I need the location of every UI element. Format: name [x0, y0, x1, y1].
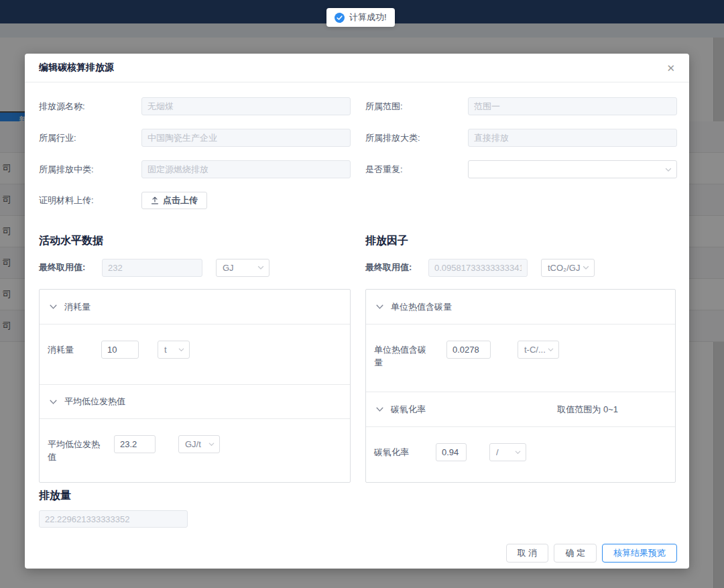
oxidation-rate-panel-header[interactable]: 碳氧化率 取值范围为 0~1: [366, 392, 675, 427]
duplicate-label: 是否重复:: [365, 164, 468, 176]
heating-value-label: 平均低位发热值: [48, 435, 114, 463]
check-circle-icon: [335, 13, 345, 23]
oxidation-rate-unit-select[interactable]: /: [489, 443, 526, 461]
consumption-panel-body: 消耗量 t: [40, 325, 350, 385]
upload-row: 证明材料上传: 点击上传: [39, 192, 351, 209]
close-icon[interactable]: ✕: [666, 63, 675, 73]
cancel-button[interactable]: 取 消: [506, 544, 549, 563]
activity-section-title: 活动水平数据: [39, 234, 351, 246]
basic-info-form: 排放源名称: 所属行业: 所属排放中类: 证明材料上传:: [39, 97, 677, 223]
result-preview-button[interactable]: 核算结果预览: [602, 544, 677, 563]
activity-unit-value: GJ: [223, 263, 257, 273]
activity-final-input: [102, 259, 202, 277]
carbon-content-label: 单位热值含碳量: [374, 341, 446, 369]
heating-value-panel-body: 平均低位发热值 GJ/t: [40, 419, 350, 483]
consumption-unit-select[interactable]: t: [158, 341, 190, 359]
heating-value-unit-select[interactable]: GJ/t: [178, 435, 220, 453]
dialog-footer: 取 消 确 定 核算结果预览: [506, 544, 677, 563]
emission-result-input: [39, 510, 188, 528]
oxidation-rate-panel-title: 碳氧化率: [391, 404, 426, 416]
activity-final-label: 最终取用值:: [39, 261, 88, 274]
oxidation-rate-range-note: 取值范围为 0~1: [557, 404, 618, 416]
chevron-down-icon: [208, 440, 215, 448]
confirm-button[interactable]: 确 定: [554, 544, 597, 563]
data-sections: 活动水平数据 最终取用值: GJ: [39, 223, 677, 483]
chevron-down-icon: [375, 302, 384, 311]
factor-final-label: 最终取用值:: [365, 261, 414, 274]
consumption-unit-value: t: [164, 345, 178, 355]
upload-label: 证明材料上传:: [39, 194, 141, 207]
carbon-content-panel-header[interactable]: 单位热值含碳量: [366, 290, 675, 325]
carbon-content-unit: t-C/...: [524, 345, 547, 355]
form-right-column: 所属范围: 所属排放大类: 是否重复:: [365, 97, 677, 223]
source-name-row: 排放源名称:: [39, 97, 351, 115]
dialog-title: 编辑碳核算排放源: [39, 62, 114, 74]
dialog-header: 编辑碳核算排放源 ✕: [25, 54, 689, 82]
source-name-label: 排放源名称:: [39, 101, 141, 113]
chevron-down-icon: [178, 346, 185, 353]
chevron-down-icon: [582, 263, 590, 272]
activity-section: 活动水平数据 最终取用值: GJ: [39, 223, 351, 483]
carbon-content-input[interactable]: [446, 341, 491, 359]
oxidation-rate-input[interactable]: [436, 443, 467, 461]
carbon-content-panel-body: 单位热值含碳量 t-C/...: [366, 325, 675, 392]
carbon-content-panel-title: 单位热值含碳量: [391, 301, 452, 313]
heating-value-panel-header[interactable]: 平均低位发热值: [40, 384, 350, 419]
source-name-input: [141, 97, 351, 115]
edit-emission-source-dialog: 编辑碳核算排放源 ✕ 排放源名称: 所属行业: 所属排放中类: 证明材: [25, 54, 689, 569]
factor-unit-value: tCO₂/GJ: [548, 263, 582, 273]
industry-input: [141, 129, 351, 147]
carbon-content-unit-select[interactable]: t-C/...: [518, 341, 559, 359]
mid-category-input: [141, 160, 351, 178]
heating-value-panel-title: 平均低位发热值: [64, 396, 125, 408]
factor-collapse-box: 单位热值含碳量 单位热值含碳量 t-C/...: [365, 289, 676, 483]
factor-unit-select[interactable]: tCO₂/GJ: [541, 259, 595, 277]
chevron-down-icon: [664, 166, 672, 174]
factor-final-input: [428, 259, 528, 277]
scope-input: [468, 97, 677, 115]
scope-row: 所属范围:: [365, 97, 677, 115]
factor-section: 排放因子 最终取用值: tCO₂/GJ: [365, 223, 677, 483]
consumption-label: 消耗量: [48, 341, 101, 356]
mid-category-row: 所属排放中类:: [39, 160, 351, 178]
upload-button-label: 点击上传: [163, 194, 198, 207]
success-toast: 计算成功!: [326, 8, 395, 27]
toast-message: 计算成功!: [349, 11, 387, 23]
mid-category-label: 所属排放中类:: [39, 164, 141, 176]
consumption-input[interactable]: [101, 341, 139, 359]
chevron-down-icon: [49, 398, 58, 406]
factor-final-row: 最终取用值: tCO₂/GJ: [365, 259, 677, 276]
chevron-down-icon: [547, 346, 554, 353]
duplicate-row: 是否重复:: [365, 160, 677, 178]
chevron-down-icon: [375, 405, 384, 414]
form-left-column: 排放源名称: 所属行业: 所属排放中类: 证明材料上传:: [39, 97, 351, 223]
major-category-input: [468, 129, 677, 147]
oxidation-rate-panel-body: 碳氧化率 /: [366, 427, 675, 483]
chevron-down-icon: [49, 302, 58, 311]
upload-button[interactable]: 点击上传: [141, 192, 207, 209]
industry-row: 所属行业:: [39, 129, 351, 147]
industry-label: 所属行业:: [39, 132, 141, 144]
oxidation-rate-label: 碳氧化率: [374, 443, 436, 459]
consumption-panel-title: 消耗量: [64, 301, 90, 313]
heating-value-unit: GJ/t: [185, 439, 208, 449]
heating-value-input[interactable]: [114, 435, 156, 453]
major-category-row: 所属排放大类:: [365, 129, 677, 147]
activity-final-row: 最终取用值: GJ: [39, 259, 351, 276]
factor-section-title: 排放因子: [365, 234, 677, 246]
duplicate-select[interactable]: [468, 160, 677, 178]
major-category-label: 所属排放大类:: [365, 132, 468, 144]
dialog-body: 排放源名称: 所属行业: 所属排放中类: 证明材料上传:: [25, 82, 689, 569]
upload-icon: [151, 196, 159, 204]
activity-unit-select[interactable]: GJ: [216, 259, 269, 277]
consumption-panel-header[interactable]: 消耗量: [40, 290, 350, 325]
scope-label: 所属范围:: [365, 101, 468, 113]
activity-collapse-box: 消耗量 消耗量 t: [39, 289, 351, 483]
chevron-down-icon: [257, 263, 265, 272]
oxidation-rate-unit: /: [496, 447, 514, 457]
emission-section-title: 排放量: [39, 489, 677, 503]
chevron-down-icon: [514, 449, 522, 456]
